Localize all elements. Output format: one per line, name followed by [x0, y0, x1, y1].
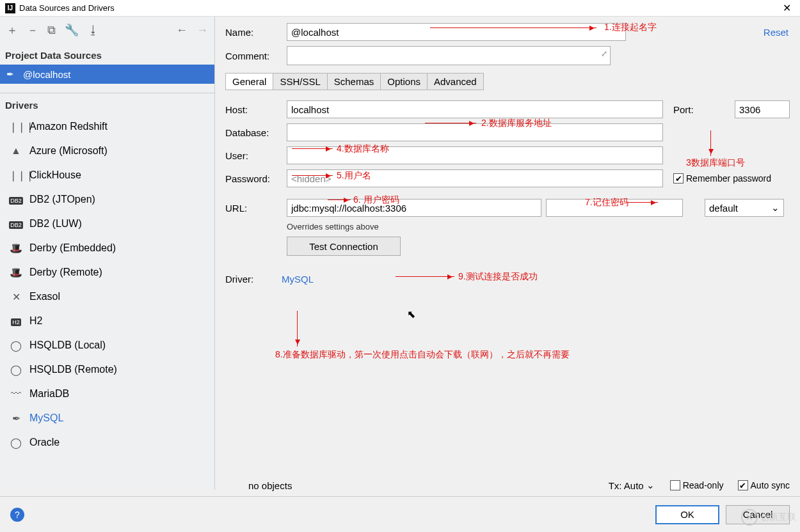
url-mode-select[interactable]: default⌄: [705, 199, 784, 217]
driver-item[interactable]: 🎩Derby (Embedded): [0, 236, 214, 260]
mysql-feather-icon: ✒: [6, 69, 18, 79]
user-input[interactable]: [287, 146, 663, 164]
driver-label: ClickHouse: [29, 169, 81, 181]
driver-icon: ✕: [9, 291, 23, 303]
driver-label: MySQL: [29, 412, 63, 424]
bottom-bar: no objects Tx: Auto⌄ Read-only ✔Auto syn…: [248, 480, 790, 491]
datasource-label: @localhost: [23, 69, 70, 80]
arrow-5: [292, 175, 333, 176]
app-icon: IJ: [5, 3, 15, 13]
port-label: Port:: [673, 104, 730, 115]
driver-icon: ▲: [9, 145, 23, 157]
sidebar-toolbar: ＋ － ⧉ 🔧 ⭳ ← →: [0, 17, 214, 43]
import-icon[interactable]: ⭳: [88, 24, 99, 37]
arrow-1: [430, 27, 596, 28]
driver-item[interactable]: ❘❘❘Amazon Redshift: [0, 114, 214, 139]
autosync-label: Auto sync: [751, 480, 790, 490]
port-input[interactable]: [735, 100, 790, 118]
driver-label: H2: [29, 315, 42, 327]
driver-item[interactable]: ✒MySQL: [0, 406, 214, 430]
driver-link[interactable]: MySQL: [282, 274, 314, 285]
url-label: URL:: [225, 203, 282, 214]
footer: ? OK Cancel ✕创新互联: [0, 496, 800, 532]
driver-label: DB2 (JTOpen): [29, 194, 95, 205]
driver-item[interactable]: H2H2: [0, 309, 214, 333]
tab-advanced[interactable]: Advanced: [428, 74, 483, 90]
database-input[interactable]: [287, 123, 663, 141]
driver-label: HSQLDB (Remote): [29, 364, 117, 375]
back-icon[interactable]: ←: [176, 24, 188, 37]
arrow-8: [297, 311, 298, 347]
comment-input[interactable]: ⤢: [287, 46, 611, 65]
driver-icon: 🎩: [9, 242, 23, 254]
arrow-2: [425, 123, 476, 123]
copy-icon[interactable]: ⧉: [47, 24, 56, 37]
test-connection-button[interactable]: Test Connection: [287, 237, 401, 256]
password-label: Password:: [225, 173, 282, 184]
ok-button[interactable]: OK: [655, 505, 719, 524]
driver-label: Azure (Microsoft): [29, 145, 108, 157]
tab-general[interactable]: General: [226, 74, 273, 90]
arrow-9: [396, 276, 454, 277]
help-icon[interactable]: ?: [10, 508, 24, 522]
driver-item[interactable]: ❘❘❘ClickHouse: [0, 163, 214, 187]
content-pane: Reset Name: Comment: ⤢ GeneralSSH/SSLSch…: [215, 17, 800, 490]
add-icon[interactable]: ＋: [6, 22, 18, 38]
reset-link[interactable]: Reset: [764, 27, 788, 38]
expand-icon[interactable]: ⤢: [601, 49, 607, 58]
driver-list: ❘❘❘Amazon Redshift▲Azure (Microsoft)❘❘❘C…: [0, 114, 214, 490]
tab-schemas[interactable]: Schemas: [328, 74, 381, 90]
cursor-icon: ⬉: [407, 308, 415, 320]
chevron-down-icon: ⌄: [771, 202, 780, 214]
no-objects-label: no objects: [248, 480, 292, 491]
driver-label: Exasol: [29, 291, 60, 302]
driver-item[interactable]: DB2DB2 (LUW): [0, 212, 214, 236]
tab-options[interactable]: Options: [381, 74, 428, 90]
name-label: Name:: [225, 27, 282, 38]
wrench-icon[interactable]: 🔧: [65, 23, 79, 37]
comment-label: Comment:: [225, 51, 282, 61]
driver-icon: ◯: [9, 364, 23, 376]
titlebar: IJ Data Sources and Drivers ✕: [0, 0, 800, 17]
autosync-checkbox[interactable]: ✔: [738, 480, 748, 490]
driver-item[interactable]: ◯Oracle: [0, 430, 214, 455]
driver-label: HSQLDB (Local): [29, 340, 106, 351]
driver-label: Derby (Remote): [29, 267, 102, 278]
remember-checkbox[interactable]: ✔: [673, 173, 684, 184]
arrow-6: [328, 199, 351, 200]
override-note: Overrides settings above: [287, 222, 790, 231]
remove-icon[interactable]: －: [27, 22, 38, 38]
user-label: User:: [225, 150, 282, 161]
password-input[interactable]: [287, 169, 663, 187]
chevron-down-icon: ⌄: [646, 480, 655, 491]
driver-item[interactable]: ◯HSQLDB (Remote): [0, 357, 214, 382]
driver-item[interactable]: 🎩Derby (Remote): [0, 260, 214, 285]
driver-label: MariaDB: [29, 388, 69, 400]
tab-sshssl[interactable]: SSH/SSL: [273, 74, 327, 90]
driver-icon: H2: [9, 315, 23, 327]
driver-item[interactable]: ◯HSQLDB (Local): [0, 333, 214, 357]
project-ds-title: Project Data Sources: [0, 43, 214, 65]
url-extra-input[interactable]: [546, 199, 683, 217]
driver-label: Driver:: [225, 274, 282, 285]
driver-icon: ❘❘❘: [9, 169, 23, 182]
tx-select[interactable]: Tx: Auto⌄: [609, 480, 655, 491]
driver-item[interactable]: ▲Azure (Microsoft): [0, 139, 214, 163]
driver-item[interactable]: 〰MariaDB: [0, 382, 214, 406]
forward-icon[interactable]: →: [196, 24, 208, 37]
name-input[interactable]: [287, 23, 626, 41]
readonly-checkbox[interactable]: [670, 480, 680, 490]
driver-icon: DB2: [9, 194, 23, 205]
driver-item[interactable]: ✕Exasol: [0, 285, 214, 309]
datasource-localhost[interactable]: ✒ @localhost: [0, 65, 214, 84]
database-label: Database:: [225, 127, 282, 138]
host-input[interactable]: [287, 100, 663, 118]
driver-icon: ◯: [9, 437, 23, 449]
driver-icon: ✒: [9, 412, 23, 425]
url-input[interactable]: [287, 199, 541, 217]
driver-item[interactable]: DB2DB2 (JTOpen): [0, 187, 214, 212]
driver-icon: ◯: [9, 340, 23, 352]
host-label: Host:: [225, 104, 282, 115]
window-title: Data Sources and Drivers: [19, 3, 779, 13]
close-icon[interactable]: ✕: [779, 2, 795, 14]
